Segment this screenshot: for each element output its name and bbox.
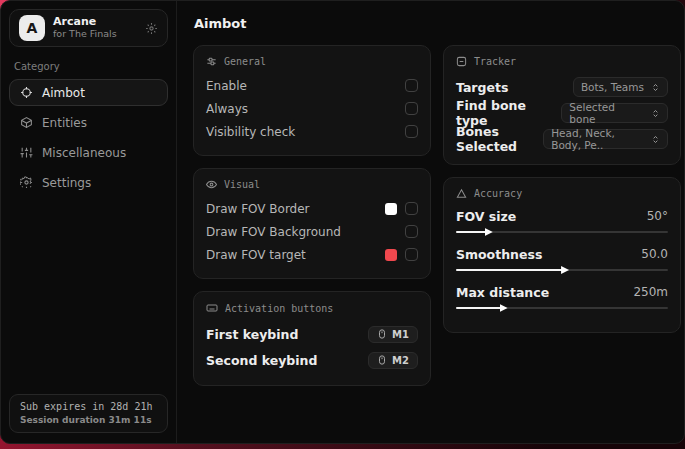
crosshair-icon — [20, 86, 33, 99]
app-title: Arcane — [53, 16, 117, 29]
sidebar-item-entities[interactable]: Entities — [9, 109, 168, 136]
max-distance-value: 250m — [633, 285, 668, 299]
sub-expiry-text: Sub expires in 28d 21h — [20, 401, 157, 412]
find-bone-type-dropdown[interactable]: Selected bone — [561, 103, 668, 123]
sidebar-item-miscellaneous[interactable]: Miscellaneous — [9, 139, 168, 166]
accuracy-card: Accuracy FOV size 50° — [443, 177, 681, 333]
visibility-check-label: Visibility check — [206, 125, 295, 139]
card-title-label: Tracker — [474, 56, 516, 67]
sidebar-item-aimbot[interactable]: Aimbot — [9, 79, 168, 106]
app-subtitle: for The Finals — [53, 29, 117, 40]
second-keybind-button[interactable]: M2 — [368, 352, 418, 369]
draw-fov-background-label: Draw FOV Background — [206, 225, 341, 239]
cube-icon — [20, 116, 33, 129]
visibility-check-checkbox[interactable] — [405, 125, 418, 138]
accuracy-icon — [456, 188, 467, 199]
targets-dropdown[interactable]: Bots, Teams — [573, 77, 668, 97]
visual-icon — [206, 179, 217, 190]
draw-fov-border-label: Draw FOV Border — [206, 202, 310, 216]
targets-label: Targets — [456, 80, 508, 95]
sidebar: A Arcane for The Finals Category — [1, 1, 177, 443]
slider-thumb[interactable] — [561, 266, 569, 274]
bones-selected-label: Bones Selected — [456, 124, 543, 154]
general-card: General Enable Always Visibility check — [193, 45, 431, 156]
app-header: A Arcane for The Finals — [9, 9, 168, 47]
bones-selected-dropdown[interactable]: Head, Neck, Body, Pe.. — [543, 129, 668, 149]
draw-fov-target-checkbox[interactable] — [405, 248, 418, 261]
right-column: Tracker Targets Bots, Teams — [443, 45, 681, 333]
app-logo: A — [19, 15, 45, 41]
session-duration-text: Session duration 31m 11s — [20, 415, 157, 425]
first-keybind-label: First keybind — [206, 327, 298, 342]
mouse-icon — [377, 329, 387, 339]
enable-checkbox[interactable] — [405, 79, 418, 92]
enable-label: Enable — [206, 79, 247, 93]
fov-size-value: 50° — [647, 209, 668, 223]
category-label: Category — [14, 61, 176, 72]
draw-fov-target-label: Draw FOV target — [206, 248, 306, 262]
tracker-icon — [456, 56, 467, 67]
second-keybind-label: Second keybind — [206, 353, 317, 368]
visual-card: Visual Draw FOV Border Draw FOV Backgrou… — [193, 168, 431, 279]
fov-target-color-swatch[interactable] — [385, 249, 397, 261]
fov-size-row: FOV size 50° — [456, 206, 668, 236]
chevrons-up-down-icon — [651, 83, 660, 92]
sidebar-nav: Aimbot Entities Miscellaneous — [1, 79, 176, 196]
draw-fov-border-checkbox[interactable] — [405, 202, 418, 215]
gear-icon — [20, 176, 33, 189]
settings-icon[interactable] — [145, 22, 158, 35]
always-label: Always — [206, 102, 248, 116]
keybind-value: M1 — [392, 329, 409, 340]
left-column: General Enable Always Visibility check — [193, 45, 431, 386]
general-icon — [206, 56, 217, 67]
always-checkbox[interactable] — [405, 102, 418, 115]
main-content: Aimbot General Enable — [177, 1, 685, 443]
smoothness-row: Smoothness 50.0 — [456, 244, 668, 274]
sidebar-item-settings[interactable]: Settings — [9, 169, 168, 196]
smoothness-value: 50.0 — [641, 247, 668, 261]
keybind-value: M2 — [392, 355, 409, 366]
tracker-card: Tracker Targets Bots, Teams — [443, 45, 681, 165]
keyboard-icon — [206, 302, 218, 314]
slider-thumb[interactable] — [500, 304, 508, 312]
sliders-icon — [20, 146, 33, 159]
fov-border-color-swatch[interactable] — [385, 203, 397, 215]
dropdown-value: Bots, Teams — [581, 81, 644, 93]
sidebar-item-label: Entities — [42, 116, 87, 130]
page-title: Aimbot — [194, 16, 681, 31]
dropdown-value: Selected bone — [569, 101, 644, 125]
first-keybind-button[interactable]: M1 — [368, 326, 418, 343]
sidebar-item-label: Miscellaneous — [42, 146, 126, 160]
sidebar-item-label: Settings — [42, 176, 91, 190]
mouse-icon — [377, 355, 387, 365]
activation-card: Activation buttons First keybind M1 — [193, 291, 431, 386]
slider-thumb[interactable] — [485, 228, 493, 236]
dropdown-value: Head, Neck, Body, Pe.. — [551, 127, 644, 151]
draw-fov-background-checkbox[interactable] — [405, 225, 418, 238]
fov-size-label: FOV size — [456, 209, 516, 224]
chevrons-up-down-icon — [651, 109, 660, 118]
card-title-label: Accuracy — [474, 188, 522, 199]
card-title-label: Visual — [224, 179, 260, 190]
chevrons-up-down-icon — [651, 135, 660, 144]
subscription-info: Sub expires in 28d 21h Session duration … — [9, 394, 168, 433]
card-title-label: Activation buttons — [225, 303, 333, 314]
smoothness-label: Smoothness — [456, 247, 542, 262]
max-distance-slider[interactable] — [456, 304, 668, 312]
app-window: A Arcane for The Finals Category — [0, 0, 685, 444]
sidebar-item-label: Aimbot — [42, 86, 85, 100]
card-title-label: General — [224, 56, 266, 67]
max-distance-row: Max distance 250m — [456, 282, 668, 312]
smoothness-slider[interactable] — [456, 266, 668, 274]
max-distance-label: Max distance — [456, 285, 549, 300]
fov-size-slider[interactable] — [456, 228, 668, 236]
